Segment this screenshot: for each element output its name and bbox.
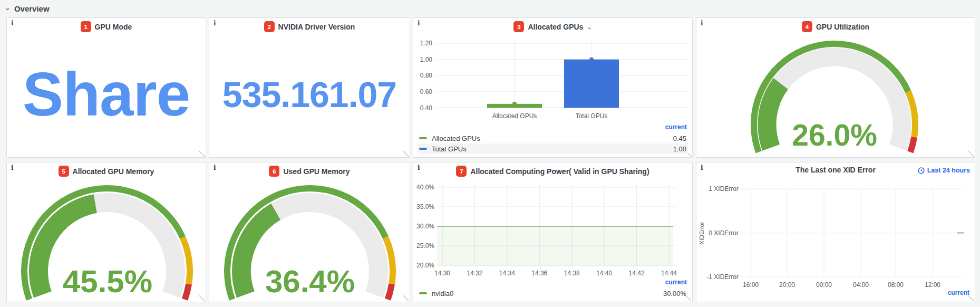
gauge-value: 45.5% [28,266,187,298]
axis-tick-label: 1.20 [420,40,433,47]
grafana-dashboard: { "section": { "title": "Overview" }, "i… [0,0,980,307]
panel-number-badge: 3 [513,21,524,32]
panel-gpu-utilization: i 4 GPU Utilization 26.0% [696,17,975,158]
info-icon[interactable]: i [214,20,216,27]
panel-title[interactable]: Allocated GPU Memory [73,167,154,176]
panel-header: 6 Used GPU Memory [209,166,410,177]
legend-series-label[interactable]: Allocated GPUs [432,135,480,142]
bar-point [512,102,517,106]
axis-tick-label: 20:00 [779,281,795,289]
stat-value: Share [23,64,190,125]
legend-row: Total GPUs1.00 [418,143,688,154]
series-fill [437,226,673,265]
info-icon[interactable]: i [701,20,703,27]
chevron-down-icon: ⌄ [5,4,11,11]
legend-current-header[interactable]: current [701,288,971,299]
info-icon[interactable]: i [418,164,420,171]
axis-tick-label: 0.80 [420,72,433,79]
panel-number-badge: 4 [802,21,812,32]
legend-current-header[interactable]: current [418,277,688,288]
dashboard-row-overview[interactable]: ⌄ Overview [5,2,50,15]
panel-number-badge: 7 [456,166,467,177]
clock-icon [918,167,925,174]
panel-title[interactable]: NVIDIA Driver Version [278,23,355,31]
legend-series-dash [419,148,427,150]
axis-tick-label: 1 XIDError [709,185,739,193]
panel-header: 3 Allocated GPUs ⌄ [413,21,692,32]
info-icon[interactable]: i [418,20,420,27]
axis-tick-label: 14:36 [531,270,547,277]
chart-legend: current [701,288,971,299]
legend-series-dash [419,137,427,139]
legend-current-header[interactable]: current [418,122,688,133]
legend-series-label[interactable]: Total GPUs [432,145,467,153]
axis-tick-label: 04:00 [853,281,869,289]
resize-handle[interactable] [403,151,409,157]
chart-legend: currentnvidia030.00% [418,277,688,299]
panel-title[interactable]: Used GPU Memory [283,167,350,176]
legend-series-value: 1.00 [673,145,686,153]
axis-tick-label: 14:30 [434,270,450,277]
row-title: Overview [14,4,50,13]
axis-tick-label: 0 XIDError [709,229,739,237]
axis-tick-label: 14:42 [629,270,645,277]
stat-value: 535.161.07 [222,76,396,112]
axis-tick-label: Total GPUs [576,112,608,120]
time-range-label: Last 24 hours [927,167,970,174]
timeseries-svg[interactable]: 1 XIDError0 XIDError-1 XIDError16:0020:0… [696,162,975,302]
panel-allocated-computing-power: i 7 Allocated Computing Power( Valid in … [413,162,693,302]
axis-tick-label: Allocated GPUs [492,112,537,120]
panel-title[interactable]: Allocated GPUs [528,23,583,31]
axis-tick-label: 14:44 [661,270,677,277]
panel-gpu-mode: i 1 GPU Mode Share [6,17,206,158]
axis-tick-label: 12:00 [925,281,940,289]
panel-header: 5 Allocated GPU Memory [7,166,206,177]
legend-row: nvidia030.00% [418,288,688,299]
panel-number-badge: 6 [269,166,279,177]
legend-series-label[interactable]: nvidia0 [432,290,453,298]
axis-tick-label: 0.60 [420,88,433,95]
panel-title[interactable]: Allocated Computing Power( Valid in GPU … [470,167,649,176]
panel-number-badge: 2 [264,21,275,32]
resize-handle[interactable] [199,151,205,157]
y-axis-title: XIDError [698,222,705,244]
chart-legend: currentAllocated GPUs0.45Total GPUs1.00 [418,122,688,154]
bar-point [589,57,594,62]
panel-title[interactable]: The Last one XID Error [795,166,876,174]
legend-series-dash [419,292,427,294]
bar-total-gpus[interactable] [564,60,619,108]
panel-number-badge: 1 [81,21,91,32]
legend-series-value: 0.45 [673,135,686,142]
info-icon[interactable]: i [11,20,14,27]
panel-title[interactable]: GPU Utilization [816,23,869,31]
axis-tick-label: 14:32 [467,270,482,277]
panel-header: 1 GPU Mode [7,21,206,32]
panel-header: 7 Allocated Computing Power( Valid in GP… [413,166,692,177]
axis-tick-label: 30.0% [416,223,434,230]
panel-title[interactable]: GPU Mode [95,23,132,31]
axis-tick-label: 40.0% [416,184,434,191]
axis-tick-label: 0.40 [420,104,433,112]
legend-series-value: 30.00% [663,290,686,298]
panel-header: 4 GPU Utilization [696,21,975,32]
panel-menu-chevron-icon[interactable]: ⌄ [587,24,591,30]
axis-tick-label: 35.0% [416,203,434,210]
info-icon[interactable]: i [11,164,14,171]
panel-header: 2 NVIDIA Driver Version [209,21,410,32]
axis-tick-label: 00:00 [816,281,832,289]
panel-number-badge: 5 [59,166,69,177]
info-icon[interactable]: i [701,164,703,171]
panel-nvidia-driver-version: i 2 NVIDIA Driver Version 535.161.07 [209,17,410,158]
axis-tick-label: 25.0% [416,242,434,250]
axis-tick-label: -1 XIDError [706,273,739,281]
time-range-link[interactable]: Last 24 hours [918,167,970,174]
legend-row: Allocated GPUs0.45 [418,133,688,143]
axis-tick-label: 14:40 [596,270,612,277]
axis-tick-label: 1.00 [420,56,433,63]
axis-tick-label: 08:00 [888,281,904,289]
axis-tick-label: 14:34 [499,270,515,277]
info-icon[interactable]: i [214,164,216,171]
panel-allocated-gpu-memory: i 5 Allocated GPU Memory 45.5% [6,162,206,302]
panel-allocated-gpus: i 3 Allocated GPUs ⌄ currentAllocated GP… [413,17,693,158]
axis-tick-label: 16:00 [743,281,759,289]
